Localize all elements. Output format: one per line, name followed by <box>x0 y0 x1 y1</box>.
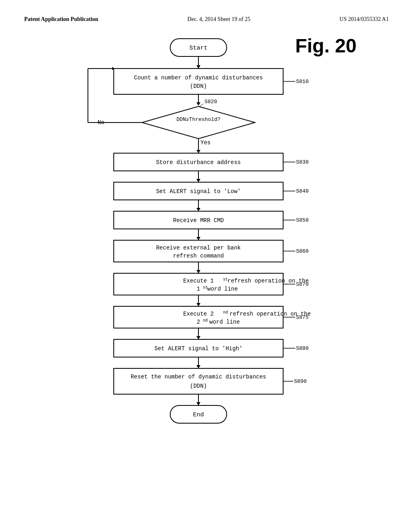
svg-text:Execute 1: Execute 1 <box>183 278 214 284</box>
svg-text:Count a number of dynamic dist: Count a number of dynamic disturbances <box>134 75 263 81</box>
svg-text:S830: S830 <box>296 159 309 165</box>
svg-text:Reset the number of dynamic di: Reset the number of dynamic disturbances <box>131 374 266 380</box>
svg-marker-72 <box>196 365 200 368</box>
svg-text:1: 1 <box>197 286 200 292</box>
svg-marker-55 <box>196 303 200 306</box>
figure-label: Fig. 20 <box>295 35 357 57</box>
svg-text:Receive MRR CMD: Receive MRR CMD <box>173 217 224 224</box>
header-center-text: Dec. 4, 2014 Sheet 19 of 25 <box>188 16 250 23</box>
svg-text:nd: nd <box>203 318 208 323</box>
page: Patent Application Publication Dec. 4, 2… <box>0 0 413 532</box>
svg-text:(DDN): (DDN) <box>190 83 207 89</box>
svg-marker-3 <box>196 65 200 69</box>
svg-marker-25 <box>196 179 200 182</box>
svg-text:DDN≥Threshold?: DDN≥Threshold? <box>176 116 220 123</box>
svg-text:Yes: Yes <box>200 139 211 146</box>
svg-text:Store disturbance address: Store disturbance address <box>156 159 241 166</box>
svg-rect-4 <box>114 69 283 94</box>
header-right-text: US 2014/0355332 A1 <box>340 16 389 23</box>
svg-text:word line: word line <box>207 286 238 292</box>
svg-text:S875: S875 <box>296 314 309 320</box>
svg-text:Set ALERT signal to 'High': Set ALERT signal to 'High' <box>154 345 242 352</box>
svg-marker-13 <box>142 106 255 139</box>
svg-text:Start: Start <box>189 45 207 52</box>
svg-text:S880: S880 <box>296 345 309 351</box>
svg-marker-66 <box>196 336 200 339</box>
svg-marker-44 <box>196 270 200 273</box>
header-left-text: Patent Application Publication <box>24 16 98 23</box>
svg-marker-79 <box>196 402 200 405</box>
svg-text:(DDN): (DDN) <box>190 383 207 389</box>
svg-text:S840: S840 <box>296 188 309 194</box>
svg-text:word line: word line <box>209 319 240 325</box>
svg-marker-31 <box>196 208 200 211</box>
svg-marker-10 <box>196 102 200 106</box>
header: Patent Application Publication Dec. 4, 2… <box>24 16 389 23</box>
svg-marker-37 <box>196 237 200 240</box>
svg-rect-73 <box>114 368 283 394</box>
svg-text:End: End <box>193 411 204 418</box>
svg-text:S870: S870 <box>296 281 309 287</box>
svg-text:Set ALERT signal to 'Low': Set ALERT signal to 'Low' <box>156 188 241 195</box>
svg-text:S860: S860 <box>296 248 309 254</box>
svg-text:refresh command: refresh command <box>173 253 224 259</box>
svg-text:S850: S850 <box>296 217 309 223</box>
svg-text:2: 2 <box>197 319 200 325</box>
svg-text:S820: S820 <box>204 99 217 105</box>
svg-marker-19 <box>196 150 200 153</box>
svg-text:nd: nd <box>223 310 228 315</box>
svg-text:Execute 2: Execute 2 <box>183 311 214 317</box>
svg-text:S810: S810 <box>296 79 309 85</box>
flowchart-svg: Start Count a number of dynamic disturba… <box>65 35 348 510</box>
svg-text:Receive external per bank: Receive external per bank <box>156 245 241 251</box>
svg-text:S890: S890 <box>294 378 307 384</box>
